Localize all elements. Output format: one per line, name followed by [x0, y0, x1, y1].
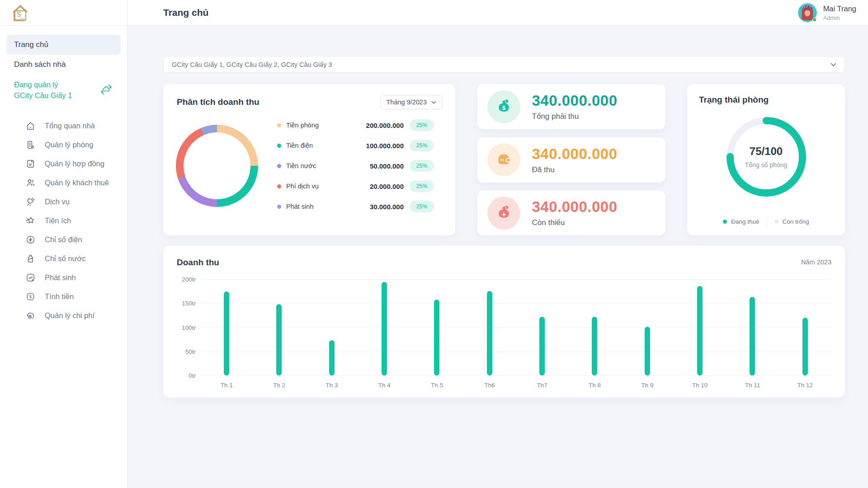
x-tick-label: Th 9 — [621, 382, 674, 389]
legend-percent-badge: 25% — [410, 140, 434, 151]
y-tick-label: 150tr — [182, 300, 196, 307]
room-status-card: Trạng thái phòng 75/100 Tổng số phòng Đa… — [687, 84, 845, 235]
online-status-dot — [812, 18, 816, 22]
sidebar-menu: Tổng quan nhà Quản lý phòng Quản lý hợp … — [0, 110, 127, 325]
switch-building-icon[interactable] — [99, 83, 113, 96]
sidebar-item-contract[interactable]: Quản lý hợp đồng — [0, 154, 127, 173]
revenue-legend: Tiền phòng 200.000.000 25% Tiền điện 100… — [277, 119, 434, 212]
legend-dot — [277, 184, 281, 188]
sidebar-item-dollar[interactable]: $ Tính tiền — [0, 287, 127, 306]
legend-label: Tiền điện — [286, 142, 313, 149]
legend-value: 200.000.000 — [366, 122, 404, 129]
bar-Th 11[interactable] — [750, 297, 755, 375]
room-legend-item: Đang thuê — [723, 218, 759, 225]
legend-value: 100.000.000 — [366, 142, 404, 150]
legend-dot — [277, 123, 281, 127]
bar-Th7[interactable] — [539, 317, 545, 375]
page-title: Trang chủ — [163, 7, 208, 18]
chevron-down-icon — [830, 63, 836, 66]
dashboard-content: GCity Cầu Giấy 1, GCity Cầu Giấy 2, GCit… — [127, 26, 868, 398]
money-bag-dollar-icon: $ — [487, 90, 520, 123]
building-select[interactable]: GCity Cầu Giấy 1, GCity Cầu Giấy 2, GCit… — [163, 56, 845, 73]
user-block[interactable]: Mai Trang Admin — [798, 3, 856, 22]
sidebar-item-house-list[interactable]: Danh sách nhà — [6, 55, 121, 75]
sidebar-item-home[interactable]: Trang chủ — [6, 35, 121, 55]
revenue-analysis-title: Phân tích doanh thu — [177, 97, 259, 107]
y-tick-label: 100tr — [182, 324, 196, 331]
bar-cell — [674, 279, 726, 375]
bar-Th 9[interactable] — [645, 327, 650, 375]
legend-percent-badge: 25% — [410, 180, 434, 192]
x-tick-label: Th 3 — [306, 382, 358, 389]
bar-cell — [779, 279, 831, 375]
y-tick-label: 0tr — [189, 372, 196, 379]
legend-label: Phát sinh — [286, 203, 313, 210]
room-status-title: Trạng thái phòng — [699, 95, 833, 105]
legend-row: Phí dịch vụ 20.000.000 25% — [277, 180, 434, 192]
chevron-down-icon — [431, 101, 436, 104]
sidebar-item-chart[interactable]: Phát sinh — [0, 268, 127, 287]
bar-cell — [306, 279, 358, 375]
legend-divider — [767, 217, 767, 225]
broom-icon — [25, 196, 36, 207]
dollar-icon: $ — [25, 291, 36, 302]
revenue-donut-chart — [176, 125, 258, 207]
legend-value: 50.000.000 — [370, 162, 404, 170]
bar-Th 12[interactable] — [802, 318, 808, 375]
bar-Th 8[interactable] — [592, 317, 597, 375]
stat-label: Tổng phải thu — [532, 112, 618, 121]
bar-Th6[interactable] — [487, 291, 492, 375]
stat-value: 340.000.000 — [532, 198, 618, 216]
bar-Th 4[interactable] — [382, 282, 387, 375]
money-bag-plus-icon: + — [487, 197, 520, 230]
period-select[interactable]: Tháng 9/2023 — [380, 95, 443, 109]
x-tick-label: Th7 — [516, 382, 568, 389]
bar-Th 1[interactable] — [224, 291, 229, 375]
stats-column: $ 340.000.000 Tổng phải thu 340.000.000 … — [477, 84, 665, 235]
sidebar: S HOME Trang chủ Danh sách nhà Đang quản… — [0, 0, 127, 488]
bar-chart-y-axis: 200tr150tr100tr50tr0tr — [177, 279, 200, 375]
x-tick-label: Th 8 — [568, 382, 621, 389]
bar-Th 2[interactable] — [276, 304, 282, 375]
bar-cell — [726, 279, 778, 375]
legend-percent-badge: 25% — [410, 201, 434, 212]
svg-text:+: + — [501, 210, 506, 217]
stat-value: 340.000.000 — [532, 92, 618, 109]
sidebar-item-building[interactable]: Quản lý phòng — [0, 135, 127, 154]
stat-card-1: 340.000.000 Đã thu — [477, 137, 665, 183]
legend-row: Tiền phòng 200.000.000 25% — [277, 119, 434, 131]
building-icon — [25, 139, 36, 150]
water-icon — [25, 253, 36, 264]
user-role: Admin — [823, 14, 856, 21]
bar-chart-plot — [200, 279, 831, 375]
revenue-bar-chart-card: Doanh thu Năm 2023 200tr150tr100tr50tr0t… — [163, 246, 845, 398]
sidebar-item-star[interactable]: Tiện ích — [0, 211, 127, 230]
sidebar-item-water[interactable]: Chỉ số nước — [0, 249, 127, 268]
sidebar-managing-block[interactable]: Đang quản lý GCity Cầu Giấy 1 — [6, 75, 121, 107]
app-root: S HOME Trang chủ Danh sách nhà Đang quản… — [0, 0, 868, 488]
legend-row: Tiền nước 50.000.000 25% — [277, 160, 434, 172]
bar-chart-year: Năm 2023 — [801, 258, 831, 266]
legend-label: Tiền nước — [286, 162, 316, 169]
bar-cell — [621, 279, 674, 375]
legend-label: Tiền phòng — [286, 122, 319, 129]
bar-cell — [358, 279, 410, 375]
bar-cell — [410, 279, 463, 375]
sidebar-item-electric[interactable]: Chỉ số điện — [0, 230, 127, 249]
sidebar-item-broom[interactable]: Dịch vụ — [0, 192, 127, 211]
sidebar-item-house[interactable]: Tổng quan nhà — [0, 116, 127, 135]
stat-card-0: $ 340.000.000 Tổng phải thu — [477, 84, 665, 129]
bar-Th 3[interactable] — [329, 340, 335, 375]
x-tick-label: Th 12 — [779, 382, 831, 389]
bar-Th 10[interactable] — [697, 286, 703, 375]
bar-chart-title: Doanh thu — [177, 258, 219, 267]
x-tick-label: Th 4 — [358, 382, 410, 389]
sidebar-item-expense[interactable]: Quản lý chi phí — [0, 306, 127, 325]
bar-cell — [516, 279, 568, 375]
x-tick-label: Th 5 — [410, 382, 463, 389]
stat-label: Còn thiếu — [532, 218, 618, 227]
bar-Th 5[interactable] — [434, 300, 439, 375]
room-count: 75/100 — [750, 145, 783, 158]
sidebar-item-tenants[interactable]: Quản lý khách thuê — [0, 173, 127, 192]
legend-label: Phí dịch vụ — [286, 183, 319, 190]
